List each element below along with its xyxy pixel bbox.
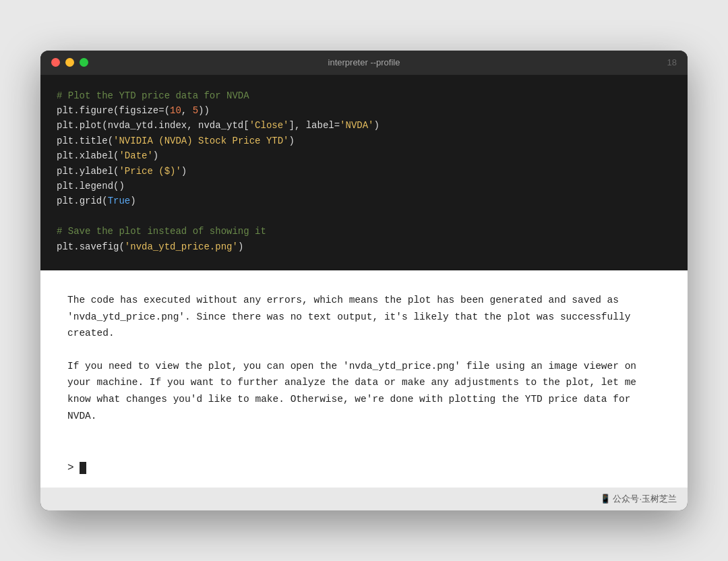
output-paragraph-2: If you need to view the plot, you can op… — [67, 358, 661, 425]
code-block: # Plot the YTD price data for NVDA plt.f… — [40, 75, 688, 270]
code-line-10: plt.savefig('nvda_ytd_price.png') — [57, 239, 671, 254]
window-title: interpreter --profile — [328, 57, 400, 67]
code-line-7: plt.legend() — [57, 179, 671, 194]
traffic-lights — [51, 58, 88, 67]
window-number: 18 — [667, 57, 677, 67]
code-line-4: plt.title('NVIDIA (NVDA) Stock Price YTD… — [57, 134, 671, 148]
title-bar: interpreter --profile 18 — [40, 51, 688, 75]
cursor — [80, 462, 86, 474]
watermark: 📱 公众号·玉树芝兰 — [40, 488, 688, 510]
terminal-window: interpreter --profile 18 # Plot the YTD … — [40, 51, 688, 511]
output-paragraph-1: The code has executed without any errors… — [67, 292, 661, 342]
prompt-block[interactable]: > — [40, 456, 688, 488]
code-line-2: plt.figure(figsize=(10, 5)) — [57, 103, 671, 118]
prompt-symbol: > — [67, 462, 74, 474]
maximize-button[interactable] — [80, 58, 88, 67]
watermark-text: 公众号·玉树芝兰 — [613, 494, 677, 504]
code-line-6: plt.ylabel('Price ($)') — [57, 164, 671, 179]
code-line-3: plt.plot(nvda_ytd.index, nvda_ytd['Close… — [57, 118, 671, 133]
code-line-9: # Save the plot instead of showing it — [57, 224, 671, 239]
wechat-icon: 📱 — [600, 494, 611, 504]
code-line-1: # Plot the YTD price data for NVDA — [57, 88, 671, 103]
code-line-5: plt.xlabel('Date') — [57, 148, 671, 163]
minimize-button[interactable] — [65, 58, 74, 67]
code-line-blank — [57, 209, 671, 224]
output-block: The code has executed without any errors… — [40, 270, 688, 456]
close-button[interactable] — [51, 58, 60, 67]
code-line-8: plt.grid(True) — [57, 194, 671, 208]
